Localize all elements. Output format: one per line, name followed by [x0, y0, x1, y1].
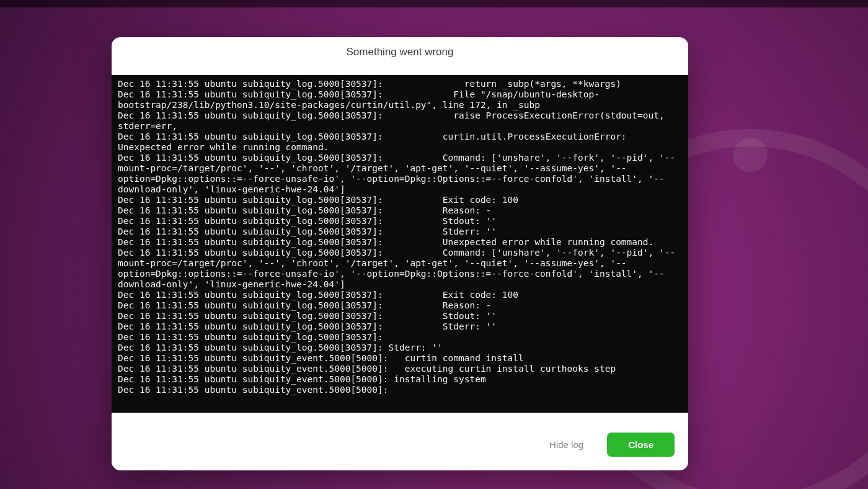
dialog-title: Something went wrong — [112, 37, 688, 66]
error-dialog: Something went wrong Dec 16 11:31:55 ubu… — [112, 37, 688, 470]
installer-log-view[interactable]: Dec 16 11:31:55 ubuntu subiquity_log.500… — [112, 75, 688, 413]
top-panel — [0, 0, 868, 7]
dialog-button-row: Hide log Close — [112, 421, 688, 470]
close-button[interactable]: Close — [607, 433, 675, 457]
hide-log-button[interactable]: Hide log — [533, 433, 600, 457]
